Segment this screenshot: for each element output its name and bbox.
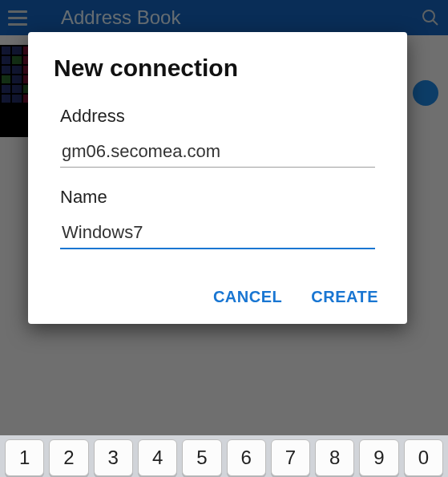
new-connection-dialog: New connection Address Name CANCEL CREAT… [28, 32, 407, 324]
address-input[interactable] [60, 138, 375, 168]
key-3[interactable]: 3 [94, 439, 133, 476]
name-field: Name [54, 187, 381, 249]
dialog-title: New connection [54, 55, 381, 82]
key-4[interactable]: 4 [138, 439, 177, 476]
name-label: Name [60, 187, 375, 208]
key-5[interactable]: 5 [182, 439, 221, 476]
address-label: Address [60, 106, 375, 127]
key-2[interactable]: 2 [49, 439, 88, 476]
key-7[interactable]: 7 [271, 439, 310, 476]
key-6[interactable]: 6 [227, 439, 266, 476]
key-0[interactable]: 0 [404, 439, 443, 476]
create-button[interactable]: CREATE [311, 288, 378, 306]
dialog-actions: CANCEL CREATE [54, 288, 381, 306]
key-9[interactable]: 9 [359, 439, 398, 476]
address-field: Address [54, 106, 381, 168]
soft-keyboard: 1 2 3 4 5 6 7 8 9 0 [0, 435, 448, 477]
key-1[interactable]: 1 [5, 439, 44, 476]
cancel-button[interactable]: CANCEL [213, 288, 282, 306]
name-input[interactable] [60, 219, 375, 249]
key-8[interactable]: 8 [315, 439, 354, 476]
